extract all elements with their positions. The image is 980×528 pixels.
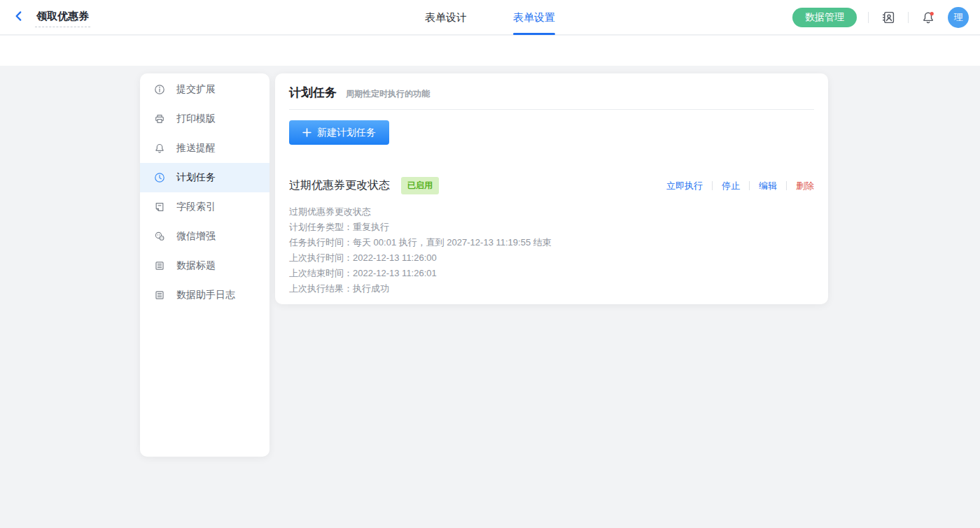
sidebar-item-field-index[interactable]: 字段索引 — [140, 192, 270, 222]
sidebar-item-label: 字段索引 — [176, 201, 216, 213]
divider — [712, 181, 713, 190]
plus-icon — [302, 128, 312, 137]
header-tabs: 表单设计 表单设置 — [425, 0, 555, 35]
form-title[interactable]: 领取优惠券 — [35, 8, 90, 27]
scheduled-tasks-panel: 计划任务 周期性定时执行的功能 新建计划任务 过期优惠券更改状态 已启用 立即执… — [275, 73, 828, 304]
sidebar-item-data-title[interactable]: 数据标题 — [140, 251, 270, 280]
detail-line: 上次执行结果：执行成功 — [289, 281, 814, 297]
detail-line: 过期优惠券更改状态 — [289, 204, 814, 220]
subheader-strip — [0, 36, 980, 66]
notification-bell-icon[interactable] — [920, 9, 937, 26]
header-actions: 数据管理 理 — [792, 0, 969, 35]
detail-line: 任务执行时间：每天 00:01 执行，直到 2027-12-13 11:19:5… — [289, 235, 814, 250]
panel-subtitle: 周期性定时执行的功能 — [346, 88, 430, 100]
sidebar-item-push-reminder[interactable]: 推送提醒 — [140, 134, 270, 163]
panel-title: 计划任务 — [289, 85, 337, 101]
sidebar-item-scheduled-tasks[interactable]: 计划任务 — [140, 163, 270, 192]
sidebar-item-label: 微信增强 — [176, 230, 216, 243]
divider — [289, 109, 814, 110]
divider — [868, 12, 869, 23]
new-task-button-label: 新建计划任务 — [317, 127, 376, 139]
tab-form-design[interactable]: 表单设计 — [425, 0, 467, 35]
wechat-icon — [154, 231, 165, 242]
stop-link[interactable]: 停止 — [722, 180, 740, 192]
data-manage-button[interactable]: 数据管理 — [792, 8, 857, 27]
panel-header: 计划任务 周期性定时执行的功能 — [289, 73, 814, 101]
sidebar-item-wechat-enhance[interactable]: 微信增强 — [140, 222, 270, 251]
detail-line: 上次执行时间：2022-12-13 11:26:00 — [289, 250, 814, 266]
sidebar-item-label: 计划任务 — [176, 171, 216, 184]
user-avatar[interactable]: 理 — [948, 7, 969, 28]
sidebar-item-print-template[interactable]: 打印模版 — [140, 104, 270, 134]
task-details: 过期优惠券更改状态 计划任务类型：重复执行 任务执行时间：每天 00:01 执行… — [289, 204, 814, 297]
detail-line: 计划任务类型：重复执行 — [289, 220, 814, 235]
printer-icon — [154, 113, 165, 124]
sidebar-item-label: 数据助手日志 — [176, 289, 235, 301]
header-left: 领取优惠券 — [11, 0, 90, 35]
task-name: 过期优惠券更改状态 — [289, 178, 390, 193]
task-header-row: 过期优惠券更改状态 已启用 立即执行 停止 编辑 删除 — [289, 177, 814, 194]
execute-now-link[interactable]: 立即执行 — [666, 180, 703, 192]
divider — [749, 181, 750, 190]
list-icon — [154, 260, 165, 271]
back-button[interactable] — [11, 10, 27, 25]
settings-sidebar: 提交扩展 打印模版 推送提醒 计划任务 — [140, 73, 270, 457]
tab-form-settings[interactable]: 表单设置 — [513, 0, 555, 35]
document-icon — [154, 201, 165, 213]
log-icon — [154, 290, 165, 301]
info-icon — [154, 84, 165, 95]
bell-icon — [154, 143, 165, 154]
clock-icon — [154, 172, 165, 183]
contacts-icon[interactable] — [880, 9, 897, 26]
sidebar-item-label: 推送提醒 — [176, 142, 216, 155]
back-chevron-icon — [13, 10, 25, 25]
divider — [908, 12, 909, 23]
task-actions: 立即执行 停止 编辑 删除 — [666, 180, 814, 192]
edit-link[interactable]: 编辑 — [759, 180, 777, 192]
sidebar-item-data-assistant-log[interactable]: 数据助手日志 — [140, 280, 270, 310]
detail-line: 上次结束时间：2022-12-13 11:26:01 — [289, 266, 814, 281]
top-header: 领取优惠券 表单设计 表单设置 数据管理 理 — [0, 0, 980, 35]
sidebar-item-label: 数据标题 — [176, 259, 216, 272]
new-scheduled-task-button[interactable]: 新建计划任务 — [289, 120, 389, 145]
divider — [786, 181, 787, 190]
sidebar-item-label: 提交扩展 — [176, 83, 216, 96]
delete-link[interactable]: 删除 — [796, 180, 814, 192]
sidebar-item-label: 打印模版 — [176, 113, 216, 125]
status-badge: 已启用 — [401, 177, 439, 194]
sidebar-item-submit-extension[interactable]: 提交扩展 — [140, 75, 270, 104]
